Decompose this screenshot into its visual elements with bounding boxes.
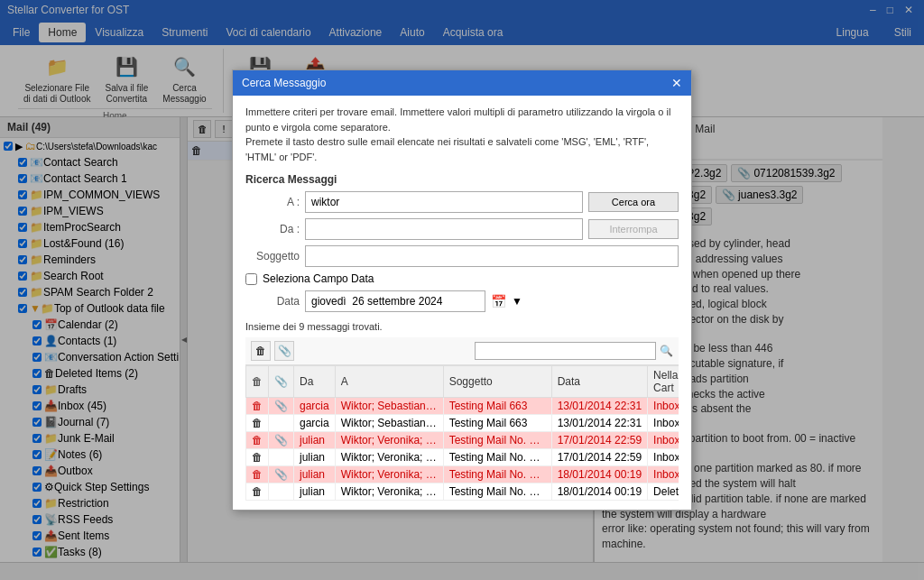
modal-field-soggetto: Soggetto bbox=[245, 245, 679, 267]
cell-subject: Testing Mail No. 1000... bbox=[443, 432, 551, 449]
cell-del: 🗑 bbox=[246, 415, 269, 432]
cell-date: 18/01/2014 00:19 bbox=[551, 483, 647, 501]
cell-del: 🗑 bbox=[246, 398, 269, 415]
cell-del: 🗑 bbox=[246, 483, 269, 501]
cell-to: Wiktor; Sebastian; Ty... bbox=[335, 398, 443, 415]
cell-folder: Inbox bbox=[648, 415, 679, 432]
cell-from: julian bbox=[294, 449, 336, 466]
cell-date: 13/01/2014 22:31 bbox=[551, 415, 647, 432]
modal-title-bar: Cerca Messaggio ✕ bbox=[233, 70, 691, 96]
cell-from: julian bbox=[294, 483, 336, 501]
modal-field-a: A : Cerca ora bbox=[245, 191, 679, 213]
results-search-input[interactable] bbox=[475, 342, 657, 360]
cell-to: Wiktor; Veronika; Vah... bbox=[335, 466, 443, 483]
cell-folder: Inbox bbox=[648, 398, 679, 415]
cell-to: Wiktor; Veronika; Vah... bbox=[335, 483, 443, 501]
cell-subject: Testing Mail No. 1000. bbox=[443, 449, 551, 466]
cell-subject: Testing Mail 663 bbox=[443, 415, 551, 432]
col-subject: Soggetto bbox=[443, 366, 551, 398]
table-row[interactable]: 🗑 julian Wiktor; Veronika; Vah... Testin… bbox=[246, 483, 679, 501]
modal-field-da: Da : Interrompa bbox=[245, 218, 679, 240]
col-att: 📎 bbox=[269, 366, 294, 398]
cell-date: 17/01/2014 22:59 bbox=[551, 432, 647, 449]
modal-date-row: Data 📅 ▼ bbox=[245, 290, 679, 312]
modal-checkbox-row: Seleziona Campo Data bbox=[245, 272, 679, 285]
cell-del: 🗑 bbox=[246, 449, 269, 466]
cell-folder: Inbox bbox=[648, 432, 679, 449]
cell-subject: Testing Mail 663 bbox=[443, 398, 551, 415]
modal-info-text: Immettere criteri per trovare email. Imm… bbox=[245, 105, 679, 164]
col-date: Data bbox=[551, 366, 647, 398]
cell-att bbox=[269, 483, 294, 501]
table-row[interactable]: 🗑 julian Wiktor; Veronika; Vah... Testin… bbox=[246, 449, 679, 466]
results-table-container: 🗑 📎 Da A Soggetto Data Nella Cart 🗑 � bbox=[245, 365, 679, 501]
cell-att: 📎 bbox=[269, 466, 294, 483]
date-label: Data bbox=[245, 295, 300, 308]
cerca-messaggio-modal: Cerca Messaggio ✕ Immettere criteri per … bbox=[232, 69, 692, 511]
col-del: 🗑 bbox=[246, 366, 269, 398]
table-row[interactable]: 🗑 📎 garcia Wiktor; Sebastian; Ty... Test… bbox=[246, 398, 679, 415]
cell-att bbox=[269, 415, 294, 432]
search-button[interactable]: Cerca ora bbox=[588, 192, 679, 212]
checkbox-label: Seleziona Campo Data bbox=[263, 272, 374, 285]
field-a-input[interactable] bbox=[305, 191, 583, 213]
col-from: Da bbox=[294, 366, 336, 398]
cell-to: Wiktor; Veronika; Vah... bbox=[335, 449, 443, 466]
cell-folder: Deleted It bbox=[648, 483, 679, 501]
modal-found-text: Insieme dei 9 messaggi trovati. bbox=[245, 321, 679, 332]
cell-from: garcia bbox=[294, 415, 336, 432]
modal-close-button[interactable]: ✕ bbox=[671, 76, 682, 90]
cell-folder: Inbox bbox=[648, 449, 679, 466]
cell-att bbox=[269, 449, 294, 466]
date-input[interactable] bbox=[305, 290, 485, 312]
cell-att: 📎 bbox=[269, 398, 294, 415]
field-soggetto-label: Soggetto bbox=[245, 250, 300, 262]
cell-to: Wiktor; Veronika; Vah... bbox=[335, 432, 443, 449]
table-row[interactable]: 🗑 garcia Wiktor; Sebastian; Ty... Testin… bbox=[246, 415, 679, 432]
cell-from: julian bbox=[294, 466, 336, 483]
cell-folder: Inbox bbox=[648, 466, 679, 483]
select-date-checkbox[interactable] bbox=[245, 273, 257, 285]
results-delete-btn[interactable]: 🗑 bbox=[251, 341, 271, 361]
modal-section-title: Ricerca Messaggi bbox=[245, 173, 679, 186]
results-search-icon[interactable]: 🔍 bbox=[660, 345, 673, 357]
modal-results-toolbar: 🗑 📎 🔍 bbox=[245, 337, 679, 365]
modal-overlay: Cerca Messaggio ✕ Immettere criteri per … bbox=[0, 0, 924, 580]
results-attach-btn[interactable]: 📎 bbox=[274, 341, 294, 361]
cell-to: Wiktor; Sebastian; Ty... bbox=[335, 415, 443, 432]
cell-att: 📎 bbox=[269, 432, 294, 449]
cell-from: julian bbox=[294, 432, 336, 449]
stop-button[interactable]: Interrompa bbox=[588, 219, 679, 239]
cell-date: 18/01/2014 00:19 bbox=[551, 466, 647, 483]
col-folder: Nella Cart bbox=[648, 366, 679, 398]
table-row[interactable]: 🗑 📎 julian Wiktor; Veronika; Vah... Test… bbox=[246, 466, 679, 483]
cell-subject: Testing Mail No. 1000. bbox=[443, 483, 551, 501]
cell-date: 13/01/2014 22:31 bbox=[551, 398, 647, 415]
cell-del: 🗑 bbox=[246, 466, 269, 483]
cell-date: 17/01/2014 22:59 bbox=[551, 449, 647, 466]
cell-subject: Testing Mail No. 1000. bbox=[443, 466, 551, 483]
dropdown-icon[interactable]: ▼ bbox=[512, 295, 522, 308]
field-da-label: Da : bbox=[245, 223, 300, 235]
modal-body: Immettere criteri per trovare email. Imm… bbox=[233, 96, 691, 510]
field-da-input[interactable] bbox=[305, 218, 583, 240]
calendar-picker-icon[interactable]: 📅 bbox=[491, 294, 506, 308]
cell-from: garcia bbox=[294, 398, 336, 415]
field-soggetto-input[interactable] bbox=[305, 245, 679, 267]
field-a-label: A : bbox=[245, 196, 300, 208]
modal-title: Cerca Messaggio bbox=[242, 77, 326, 89]
table-row[interactable]: 🗑 📎 julian Wiktor; Veronika; Vah... Test… bbox=[246, 432, 679, 449]
results-table: 🗑 📎 Da A Soggetto Data Nella Cart 🗑 � bbox=[245, 365, 679, 501]
cell-del: 🗑 bbox=[246, 432, 269, 449]
col-to: A bbox=[335, 366, 443, 398]
